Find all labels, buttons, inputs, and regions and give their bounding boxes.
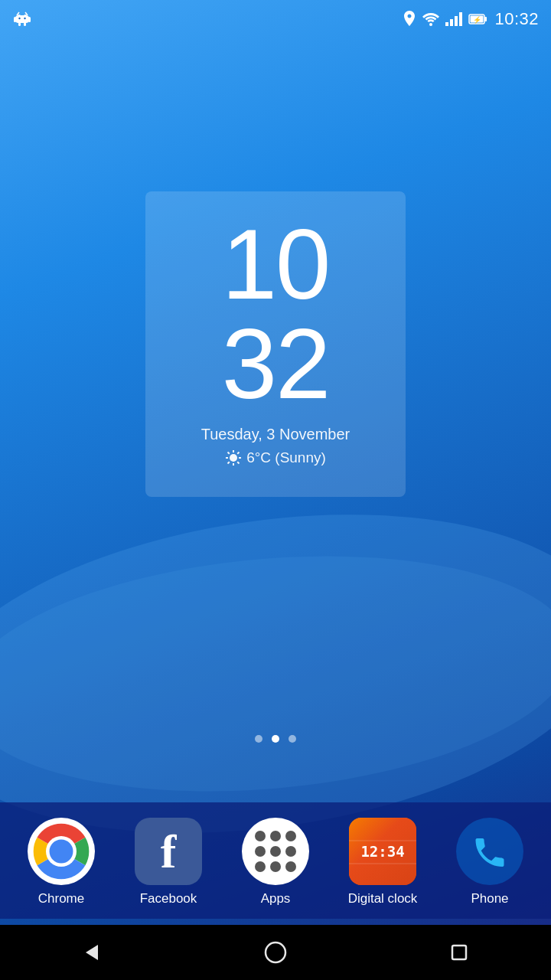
- signal-icon: [445, 12, 462, 26]
- svg-line-24: [228, 462, 230, 463]
- app-apps[interactable]: Apps: [230, 818, 321, 906]
- apps-label: Apps: [261, 891, 291, 906]
- svg-point-30: [456, 818, 523, 885]
- app-digital-clock[interactable]: 12:34 Digital clock: [337, 818, 429, 906]
- digital-clock-display: 12:34: [360, 843, 404, 860]
- android-icon: [12, 9, 32, 29]
- page-dot-1[interactable]: [255, 735, 262, 743]
- app-chrome[interactable]: Chrome: [15, 818, 107, 906]
- page-dot-3[interactable]: [289, 735, 296, 743]
- weather-text: 6°C (Sunny): [246, 449, 326, 466]
- clock-widget[interactable]: 10 32 Tuesday, 3 November 6°C (Sunny): [145, 191, 406, 497]
- phone-label: Phone: [471, 891, 508, 906]
- svg-line-22: [237, 462, 239, 463]
- clock-weather: 6°C (Sunny): [161, 449, 390, 466]
- location-icon: [403, 11, 416, 28]
- wifi-icon: [422, 12, 439, 26]
- page-dot-2[interactable]: [272, 735, 279, 743]
- svg-point-11: [429, 23, 432, 26]
- svg-rect-3: [14, 17, 16, 22]
- clock-minutes: 32: [161, 314, 390, 413]
- clock-date: Tuesday, 3 November: [161, 426, 390, 443]
- sun-icon: [225, 449, 242, 466]
- svg-rect-6: [24, 22, 26, 26]
- svg-point-27: [50, 840, 73, 864]
- apps-icon: [242, 818, 309, 885]
- home-button[interactable]: [253, 929, 298, 975]
- digital-clock-label: Digital clock: [348, 891, 418, 906]
- status-left: [12, 9, 32, 29]
- chrome-label: Chrome: [38, 891, 84, 906]
- svg-rect-33: [452, 946, 466, 959]
- facebook-icon: f: [135, 818, 202, 885]
- svg-point-10: [24, 18, 25, 19]
- svg-rect-2: [15, 15, 29, 23]
- svg-point-32: [266, 942, 285, 962]
- app-facebook[interactable]: f Facebook: [122, 818, 214, 906]
- status-time: 10:32: [494, 9, 539, 29]
- digital-clock-icon: 12:34: [349, 818, 416, 885]
- nav-bar: [0, 925, 551, 980]
- dock: Chrome f Facebook A: [0, 802, 551, 919]
- page-indicators: [255, 735, 296, 743]
- svg-rect-5: [18, 22, 21, 26]
- svg-rect-13: [484, 17, 487, 21]
- dock-icons: Chrome f Facebook A: [8, 818, 543, 906]
- svg-line-21: [228, 452, 230, 454]
- recents-button[interactable]: [436, 929, 482, 975]
- app-phone[interactable]: Phone: [444, 818, 536, 906]
- clock-hours: 10: [161, 214, 390, 314]
- battery-icon: ⚡: [468, 12, 488, 26]
- phone-icon: [456, 818, 523, 885]
- svg-rect-4: [28, 17, 31, 22]
- svg-text:⚡: ⚡: [473, 15, 482, 24]
- chrome-icon: [28, 818, 95, 885]
- status-right: ⚡ 10:32: [403, 9, 539, 29]
- svg-marker-31: [86, 945, 98, 960]
- svg-point-16: [230, 454, 237, 462]
- facebook-label: Facebook: [140, 891, 197, 906]
- svg-point-9: [18, 18, 20, 19]
- back-button[interactable]: [69, 929, 115, 975]
- status-bar: ⚡ 10:32: [0, 0, 551, 38]
- svg-line-23: [237, 452, 239, 454]
